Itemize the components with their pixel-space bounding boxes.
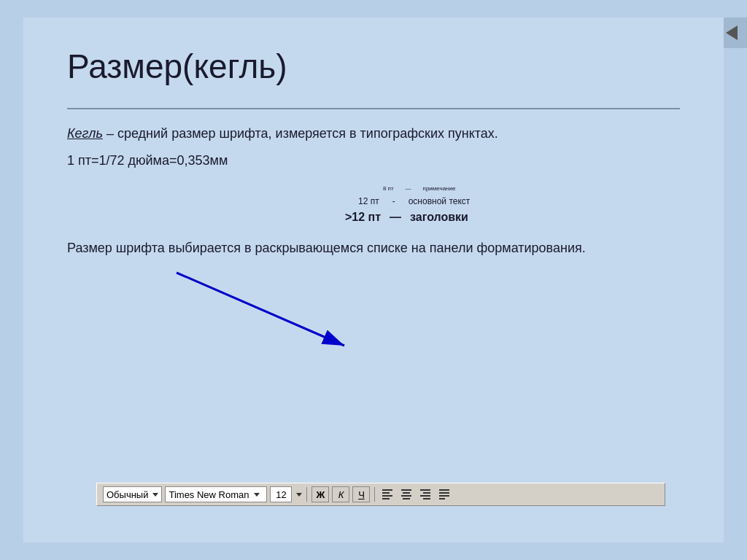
bold-button[interactable]: Ж — [311, 486, 329, 502]
conclusion-text: Размер шрифта выбирается в раскрывающемс… — [67, 238, 680, 258]
align-left-icon — [382, 489, 392, 499]
svg-line-1 — [177, 273, 344, 346]
definition-text: средний размер шрифта, измеряется в типо… — [117, 126, 498, 141]
kegl-term: Кегль — [67, 126, 103, 141]
size-8-pt: 8 пт — [350, 185, 394, 192]
size-input-value: 12 — [276, 489, 286, 500]
align-right-icon — [420, 489, 430, 499]
style-dropdown-arrow — [152, 493, 158, 497]
underline-button[interactable]: Ч — [352, 486, 370, 502]
size-8-dash: — — [401, 185, 416, 192]
font-dropdown-text: Times New Roman — [169, 489, 249, 500]
size-example-8pt: 8 пт — примечание — [125, 185, 680, 192]
font-dropdown-arrow — [254, 493, 260, 497]
align-right-button[interactable] — [417, 487, 433, 502]
align-center-icon — [401, 489, 411, 499]
toolbar-separator-1 — [306, 487, 307, 502]
blue-arrow-svg — [155, 265, 359, 360]
divider — [67, 108, 680, 109]
align-center-button[interactable] — [398, 487, 414, 502]
pt-note: 1 пт=1/72 дюйма=0,353мм — [67, 151, 680, 171]
style-dropdown[interactable]: Обычный — [103, 486, 162, 502]
align-justify-button[interactable] — [436, 487, 452, 502]
size-8-label: примечание — [423, 185, 456, 192]
font-dropdown[interactable]: Times New Roman — [165, 486, 267, 502]
size-12-label: основной текст — [409, 196, 471, 206]
size-12-dash: - — [387, 196, 401, 206]
align-justify-icon — [439, 489, 449, 499]
toolbar-mockup: Обычный Times New Roman 12 Ж К Ч — [96, 483, 665, 506]
italic-button[interactable]: К — [332, 486, 349, 502]
size-dropdown-arrow — [296, 493, 302, 497]
size-12-pt: 12 пт — [336, 196, 379, 206]
align-left-button[interactable] — [379, 487, 395, 502]
size-example-12pt: 12 пт - основной текст — [125, 196, 680, 206]
size-input[interactable]: 12 — [270, 486, 292, 502]
slide-content: Размер(кегль) Кегль – средний размер шри… — [23, 18, 724, 542]
definition-paragraph: Кегль – средний размер шрифта, измеряетс… — [67, 124, 680, 144]
size-gt12-dash: — — [388, 211, 403, 224]
arrow-illustration — [67, 265, 680, 360]
slide-title: Размер(кегль) — [67, 47, 680, 86]
size-gt12-label: заголовки — [410, 211, 468, 224]
toolbar-separator-2 — [374, 487, 375, 502]
definition-dash: – — [107, 126, 114, 141]
size-gt12-pt: >12 пт — [337, 211, 381, 224]
size-example-gt12pt: >12 пт — заголовки — [125, 211, 680, 224]
style-dropdown-text: Обычный — [107, 489, 148, 500]
size-examples: 8 пт — примечание 12 пт - основной текст… — [67, 185, 680, 224]
